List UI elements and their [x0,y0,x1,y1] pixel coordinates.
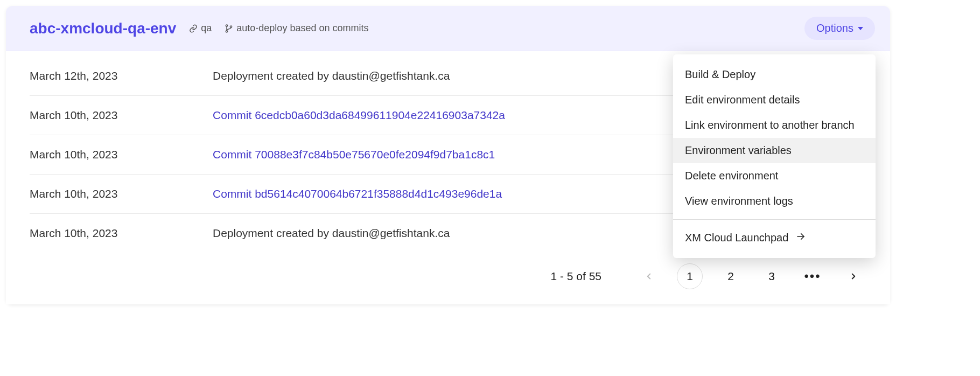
row-date: March 12th, 2023 [30,69,213,82]
dropdown-item-label: View environment logs [685,195,793,207]
pagination-page-button[interactable]: 2 [718,263,744,289]
dropdown-item-launchpad[interactable]: XM Cloud Launchpad [673,225,876,250]
commit-link[interactable]: Commit bd5614c4070064b6721f35888d4d1c493… [213,187,502,200]
chevron-left-icon [644,271,654,281]
dropdown-item[interactable]: Link environment to another branch [673,113,876,138]
link-icon [189,24,198,33]
row-date: March 10th, 2023 [30,109,213,122]
dropdown-item[interactable]: Edit environment details [673,87,876,113]
dropdown-item[interactable]: Delete environment [673,163,876,189]
pagination: 1 - 5 of 55 123 ••• [30,263,866,289]
pagination-page-button[interactable]: 3 [759,263,785,289]
dropdown-item[interactable]: Environment variables [673,138,876,163]
arrow-right-icon [796,232,806,244]
deploy-mode-label: auto-deploy based on commits [236,23,368,34]
dropdown-item-label: Edit environment details [685,94,800,106]
ellipsis-icon: ••• [804,269,821,284]
row-date: March 10th, 2023 [30,148,213,161]
branch-icon [225,24,233,33]
options-button[interactable]: Options [804,17,875,40]
row-date: March 10th, 2023 [30,227,213,240]
options-dropdown: Build & DeployEdit environment detailsLi… [673,54,876,258]
environment-card: abc-xmcloud-qa-env qa auto-deploy based … [6,6,890,304]
pagination-page-button[interactable]: 1 [677,263,703,289]
options-button-label: Options [816,22,853,34]
dropdown-item[interactable]: View environment logs [673,189,876,214]
pagination-more-button[interactable]: ••• [800,263,825,289]
dropdown-item-label: Environment variables [685,144,792,157]
environment-tag-chip: qa [189,23,212,34]
dropdown-item-label: Link environment to another branch [685,119,855,131]
environment-name: abc-xmcloud-qa-env [30,20,176,37]
chevron-right-icon [849,271,858,281]
dropdown-item-label: Build & Deploy [685,68,755,81]
caret-down-icon [858,27,863,30]
pagination-next-button[interactable] [841,263,866,289]
dropdown-item[interactable]: Build & Deploy [673,62,876,87]
deploy-mode-chip: auto-deploy based on commits [225,23,368,34]
row-text: Deployment created by daustin@getfishtan… [213,69,450,82]
pagination-prev-button[interactable] [636,263,662,289]
dropdown-item-label: XM Cloud Launchpad [685,232,788,244]
environment-header: abc-xmcloud-qa-env qa auto-deploy based … [6,6,890,51]
dropdown-item-label: Delete environment [685,170,778,182]
environment-tag-label: qa [201,23,212,34]
commit-link[interactable]: Commit 6cedcb0a60d3da68499611904e2241690… [213,109,505,122]
dropdown-separator [673,219,876,220]
commit-link[interactable]: Commit 70088e3f7c84b50e75670e0fe2094f9d7… [213,148,495,161]
row-text: Deployment created by daustin@getfishtan… [213,227,450,240]
row-date: March 10th, 2023 [30,187,213,200]
pagination-range: 1 - 5 of 55 [550,270,601,283]
